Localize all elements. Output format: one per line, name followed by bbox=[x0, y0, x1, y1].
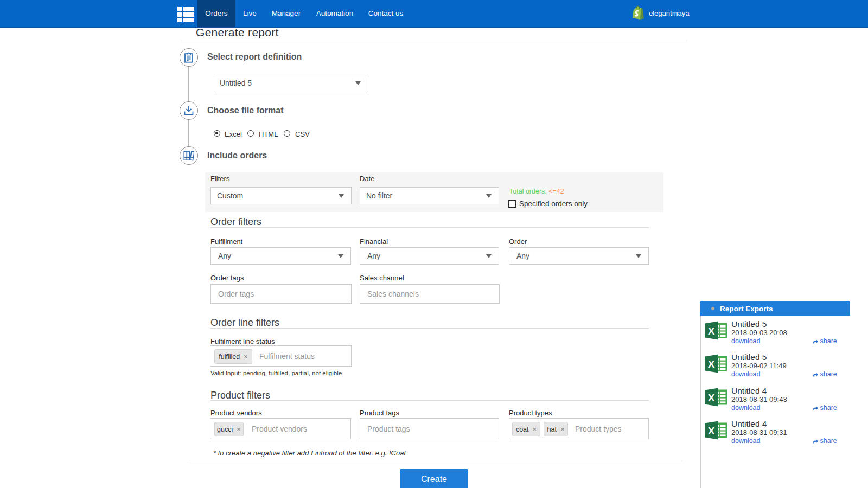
svg-text:X: X bbox=[708, 325, 715, 337]
svg-text:X: X bbox=[708, 358, 715, 370]
svg-text:X: X bbox=[708, 392, 715, 403]
svg-text:X: X bbox=[708, 425, 715, 436]
